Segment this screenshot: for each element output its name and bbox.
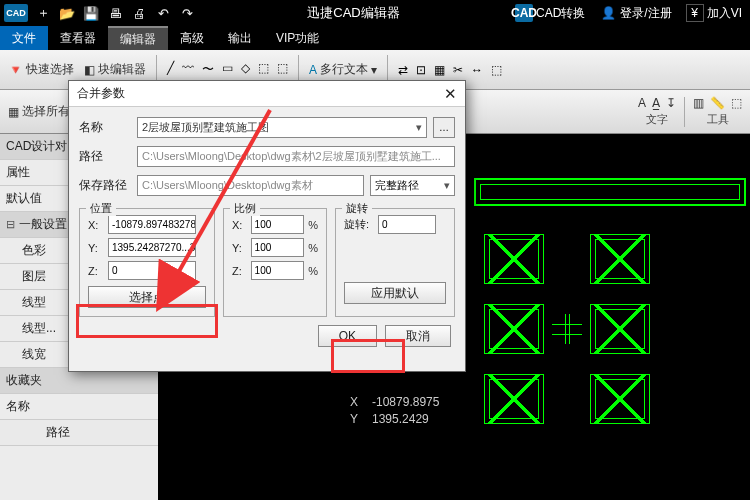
print-icon[interactable]: 🖨: [130, 4, 148, 22]
curve-icon[interactable]: 〜: [202, 61, 214, 78]
join-vip-button[interactable]: ¥加入VI: [682, 4, 746, 22]
line-icon[interactable]: ╱: [167, 61, 174, 78]
path-label: 路径: [79, 148, 131, 165]
path-input[interactable]: C:\Users\Mloong\Desktop\dwg素材\2层坡屋顶别墅建筑施…: [137, 146, 455, 167]
save-input[interactable]: C:\Users\Mloong\Desktop\dwg素材: [137, 175, 364, 196]
select-point-button[interactable]: 选择点: [88, 286, 206, 308]
save-label: 保存路径: [79, 177, 131, 194]
tab-advanced[interactable]: 高级: [168, 26, 216, 50]
app-title: 迅捷CAD编辑器: [202, 4, 505, 22]
text2-icon[interactable]: A̲: [652, 96, 660, 110]
multiline-text-button[interactable]: A多行文本▾: [309, 61, 377, 78]
tab-viewer[interactable]: 查看器: [48, 26, 108, 50]
scale-y-input[interactable]: 100: [251, 238, 305, 257]
tool7-icon[interactable]: ⬚: [277, 61, 288, 78]
dialog-titlebar: 合并参数 ✕: [69, 81, 465, 107]
block-editor-button[interactable]: ◧块编辑器: [84, 61, 146, 78]
scale-z-input[interactable]: 100: [251, 261, 305, 280]
name-label: 名称: [79, 119, 131, 136]
shape-icon[interactable]: ◇: [241, 61, 250, 78]
title-bar: CAD ＋ 📂 💾 🖶 🖨 ↶ ↷ 迅捷CAD编辑器 CADCAD转换 👤登录/…: [0, 0, 750, 26]
mirror-icon[interactable]: ⇄: [398, 63, 408, 77]
hatch-icon[interactable]: ▥: [693, 96, 704, 110]
tab-vip[interactable]: VIP功能: [264, 26, 331, 50]
quick-select-button[interactable]: 🔻快速选择: [8, 61, 74, 78]
path-mode-combo[interactable]: 完整路径: [370, 175, 455, 196]
merge-params-dialog: 合并参数 ✕ 名称 2层坡屋顶别墅建筑施工图 … 路径 C:\Users\Mlo…: [68, 80, 466, 372]
rotate-group: 旋转 旋转:0 应用默认: [335, 208, 455, 317]
tool6-icon[interactable]: ⬚: [258, 61, 269, 78]
draw-tools: ╱ 〰 〜 ▭ ◇ ⬚ ⬚: [167, 61, 288, 78]
pos-y-input[interactable]: 1395.24287270...32: [108, 238, 196, 257]
menu-tabs: 文件 查看器 编辑器 高级 输出 VIP功能: [0, 26, 750, 50]
measure-icon[interactable]: 📏: [710, 96, 725, 110]
open-icon[interactable]: 📂: [58, 4, 76, 22]
rotate-input[interactable]: 0: [378, 215, 436, 234]
select-all-button[interactable]: ▦选择所有: [8, 103, 70, 120]
extend-icon[interactable]: ↔: [471, 63, 483, 77]
new-icon[interactable]: ＋: [34, 4, 52, 22]
dialog-title: 合并参数: [77, 85, 125, 102]
ok-button[interactable]: OK: [318, 325, 377, 347]
tab-file[interactable]: 文件: [0, 26, 48, 50]
cad-drawing: [470, 174, 750, 434]
position-group: 位置 X:-10879.8974832781 Y:1395.24287270..…: [79, 208, 215, 317]
cad-convert-button[interactable]: CADCAD转换: [511, 4, 589, 22]
name-browse-button[interactable]: …: [433, 117, 455, 138]
misc-icon[interactable]: ⬚: [731, 96, 742, 110]
apply-default-button[interactable]: 应用默认: [344, 282, 446, 304]
tool-icon[interactable]: ⬚: [491, 63, 502, 77]
app-logo: CAD: [4, 4, 28, 22]
tab-editor[interactable]: 编辑器: [108, 26, 168, 50]
coordinate-readout: X-10879.8975 Y1395.2429: [350, 395, 439, 429]
panel-name[interactable]: 名称: [0, 394, 158, 420]
scale-x-input[interactable]: 100: [251, 215, 305, 234]
rotate-title: 旋转: [342, 201, 372, 216]
pos-x-input[interactable]: -10879.8974832781: [108, 215, 196, 234]
panel-path[interactable]: 路径: [0, 420, 158, 446]
redo-icon[interactable]: ↷: [178, 4, 196, 22]
text-group: A A̲ ↧ 文字: [638, 96, 676, 127]
polyline-icon[interactable]: 〰: [182, 61, 194, 78]
text3-icon[interactable]: ↧: [666, 96, 676, 110]
rect-icon[interactable]: ▭: [222, 61, 233, 78]
array-icon[interactable]: ▦: [434, 63, 445, 77]
close-icon[interactable]: ✕: [444, 85, 457, 103]
tool-group: ▥ 📏 ⬚ 工具: [693, 96, 742, 127]
scale-title: 比例: [230, 201, 260, 216]
undo-icon[interactable]: ↶: [154, 4, 172, 22]
pos-title: 位置: [86, 201, 116, 216]
offset-icon[interactable]: ⊡: [416, 63, 426, 77]
trim-icon[interactable]: ✂: [453, 63, 463, 77]
modify-tools: ⇄ ⊡ ▦ ✂ ↔ ⬚: [398, 63, 502, 77]
login-button[interactable]: 👤登录/注册: [595, 4, 675, 22]
tab-output[interactable]: 输出: [216, 26, 264, 50]
save-icon[interactable]: 💾: [82, 4, 100, 22]
cancel-button[interactable]: 取消: [385, 325, 451, 347]
text-icon[interactable]: A: [638, 96, 646, 110]
pos-z-input[interactable]: 0: [108, 261, 196, 280]
scale-group: 比例 X:100% Y:100% Z:100%: [223, 208, 327, 317]
name-combo[interactable]: 2层坡屋顶别墅建筑施工图: [137, 117, 427, 138]
saveall-icon[interactable]: 🖶: [106, 4, 124, 22]
